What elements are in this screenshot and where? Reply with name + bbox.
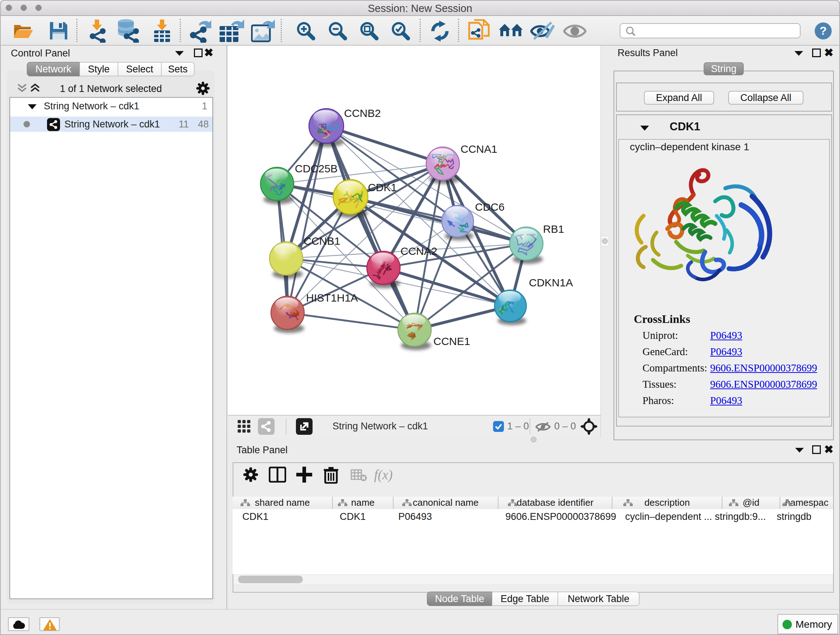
svg-text:CCNE1: CCNE1	[433, 335, 470, 347]
svg-text:HIST1H1A: HIST1H1A	[306, 292, 358, 304]
svg-text:CDK1: CDK1	[368, 181, 397, 193]
svg-text:CCNB2: CCNB2	[344, 107, 381, 119]
svg-text:CCNB1: CCNB1	[303, 235, 340, 247]
svg-text:CDC6: CDC6	[475, 201, 505, 213]
svg-text:CCNA2: CCNA2	[401, 245, 437, 257]
svg-text:RB1: RB1	[543, 223, 564, 235]
svg-text:CCNA1: CCNA1	[461, 143, 497, 155]
svg-text:CDKN1A: CDKN1A	[529, 277, 573, 288]
svg-text:CDC25B: CDC25B	[295, 163, 338, 174]
